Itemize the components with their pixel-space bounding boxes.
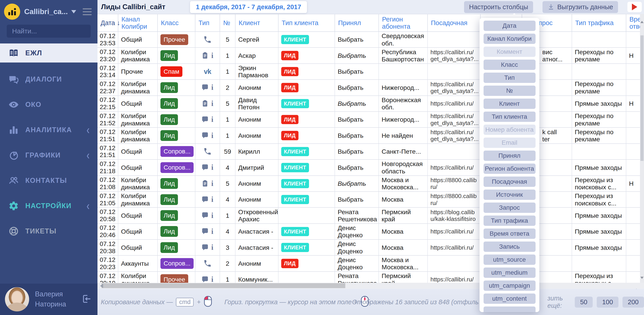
column-toggle-Тип трафика[interactable]: Тип трафика [484,216,536,226]
column-header-accepted[interactable]: Принял [335,14,379,31]
cell-type[interactable]: i [196,96,220,111]
column-toggle-Принял[interactable]: Принял [484,150,536,161]
date-range-button[interactable]: 1 декабря, 2017 - 7 декабря, 2017 [190,1,307,13]
sidebar-item-ezhl[interactable]: ЕЖЛ [0,44,98,62]
export-data-button[interactable]: Выгрузить данные [542,1,618,13]
column-toggle-utm_source[interactable]: utm_source [484,254,536,265]
sidebar-item-dialogi[interactable]: ДИАЛОГИ [0,66,98,92]
column-toggle-Посадочная[interactable]: Посадочная [484,176,536,187]
column-header-client_type[interactable]: Тип клиента [278,14,335,31]
cell-accepted[interactable]: Выбрать [335,128,379,143]
cell-landing[interactable]: https://callibri.ru/ [428,160,481,175]
cell-landing[interactable]: https://callibri.ru/ get_dlya_sayta?... [428,80,481,95]
column-toggle-Запрос[interactable]: Запрос [484,202,536,213]
cell-landing[interactable]: https://callibri.ru/ [428,240,481,255]
cell-landing[interactable]: https://callibri.ru/ [428,224,481,239]
column-toggle-Клиент[interactable]: Клиент [484,98,536,109]
account-switcher[interactable]: Callibri_ca... [0,0,98,22]
cell-accepted[interactable]: Выбрать [335,144,379,159]
cell-type[interactable]: i [196,80,220,95]
cell-type[interactable]: i [196,192,220,207]
sidebar-item-tikety[interactable]: ТИКЕТЫ [0,218,98,244]
cell-accepted[interactable]: Выбрать [335,192,379,207]
column-header-channel[interactable]: Канал Колибри [118,14,158,31]
cell-landing[interactable]: https://callibri.ru/ get_dlya_sayta?... [428,48,481,63]
cell-accepted[interactable]: Выбрать [335,112,379,127]
column-toggle-Дата[interactable]: Дата [484,20,536,31]
column-header-type[interactable]: Тип [196,14,220,31]
cell-accepted[interactable]: Выбрать [335,80,379,95]
column-toggle-Регион абонента[interactable]: Регион абонента [484,164,536,174]
column-toggle-Email[interactable]: Email [484,138,536,148]
sidebar-item-kontakty[interactable]: КОНТАКТЫ [0,168,98,193]
column-toggle-Номер абонента[interactable]: Номер абонента [484,124,536,135]
column-toggle-Тип клиента[interactable]: Тип клиента [484,112,536,122]
scroll-down-icon[interactable] [640,277,644,280]
column-toggle-Запись[interactable]: Запись [484,242,536,252]
cell-type[interactable] [196,32,220,47]
horizontal-scrollbar-thumb[interactable] [102,283,345,288]
cell-type[interactable]: vk [196,64,220,79]
column-toggle-utm_medium[interactable]: utm_medium [484,268,536,278]
column-toggle-Время ответа[interactable]: Время ответа [484,228,536,239]
column-header-landing[interactable]: Посадочная [428,14,481,31]
cell-landing[interactable]: https://callibri.ru/ get_dlya_sayta?... [428,128,481,143]
sidebar-item-analitika[interactable]: АНАЛИТИКА‹ [0,117,98,142]
column-header-client[interactable]: Клиент [236,14,278,31]
sidebar-item-nastroyki[interactable]: НАСТРОЙКИ‹ [0,193,98,218]
play-button[interactable] [628,2,642,12]
sidebar-item-oko[interactable]: ОКО [0,92,98,117]
cell-type[interactable]: i [196,48,220,63]
column-toggle-Канал Колибри[interactable]: Канал Колибри [484,34,536,44]
horizontal-scrollbar[interactable] [98,283,644,288]
hamburger-menu-icon[interactable] [83,8,92,15]
column-toggle-partial[interactable] [484,306,536,312]
cell-type[interactable]: i [196,176,220,191]
cell-landing[interactable]: https://8800.callib ru/ [428,192,481,207]
column-toggle-Тип[interactable]: Тип [484,72,536,83]
cell-client: Дмитрий [236,160,278,175]
cell-accepted[interactable]: Выбрать [335,176,379,191]
cell-type[interactable]: i [196,128,220,143]
cell-accepted[interactable]: Выбрать [335,96,379,111]
cell-accepted[interactable]: Выбрать [335,32,379,47]
page-size-100[interactable]: 100 [597,297,618,308]
logout-icon[interactable] [81,294,92,305]
page-size-50[interactable]: 50 [575,297,593,308]
cell-type[interactable]: i [196,240,220,255]
column-toggle-Коммент[interactable]: Коммент [484,46,536,57]
cell-type[interactable]: i [196,224,220,239]
cell-accepted[interactable]: Выбрать [335,48,379,63]
column-header-region[interactable]: Регион абонента [379,14,428,31]
cell-client_type: ЛИД [278,128,335,143]
client-type-badge: ЛИД [281,115,298,124]
cell-landing[interactable]: https://callibri.ru/ [428,96,481,111]
column-header-class[interactable]: Класс [158,14,196,31]
column-header-date[interactable]: Дата↓ [98,14,118,31]
scroll-up-icon[interactable] [640,19,644,23]
configure-columns-button[interactable]: Настроить столбцы [464,1,533,13]
sidebar-item-grafiki[interactable]: ГРАФИКИ‹ [0,142,98,168]
cell-type[interactable]: i [196,112,220,127]
page-size-200[interactable]: 200 [622,297,644,308]
cell-type[interactable]: i [196,208,220,223]
column-toggle-Источник[interactable]: Источник [484,190,536,200]
cell-type[interactable] [196,144,220,159]
column-toggle-utm_campaign[interactable]: utm_campaign [484,280,536,291]
search-input[interactable] [7,25,91,38]
column-toggle-№[interactable]: № [484,86,536,96]
column-toggle-Класс[interactable]: Класс [484,60,536,70]
cell-type[interactable] [196,256,220,271]
cell-landing[interactable]: https://blog.callib u/kak-klassifitsiro [428,208,481,223]
column-header-traffic[interactable]: Тип трафика [572,14,626,31]
column-header-num[interactable]: № [220,14,236,31]
cell-accepted[interactable]: Выбрать [335,160,379,175]
cell-accepted[interactable]: Выбрать [335,64,379,79]
cell-landing[interactable]: https://8800.callib ru/ [428,176,481,191]
vertical-scrollbar-thumb[interactable] [640,36,644,161]
cell-landing[interactable]: https://callibri.ru/ get_dlya_sayta?... [428,112,481,127]
cell-type[interactable]: i [196,160,220,175]
scroll-left-icon[interactable] [98,284,103,288]
column-toggle-utm_content[interactable]: utm_content [484,294,536,304]
vertical-scrollbar[interactable] [640,14,644,283]
